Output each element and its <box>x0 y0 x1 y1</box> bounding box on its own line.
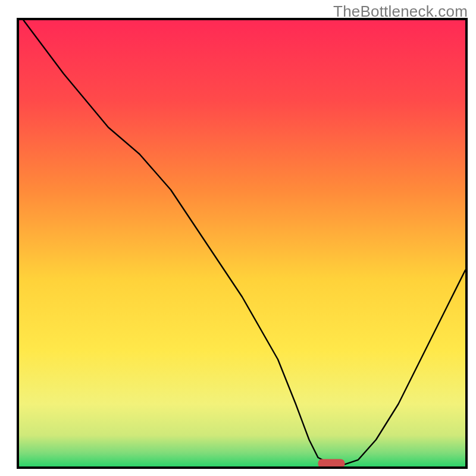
chart-svg <box>19 20 465 466</box>
gradient-fill <box>19 20 465 466</box>
plot-area <box>17 18 468 469</box>
chart-frame: TheBottleneck.com <box>0 0 476 476</box>
optimum-marker <box>318 459 345 467</box>
